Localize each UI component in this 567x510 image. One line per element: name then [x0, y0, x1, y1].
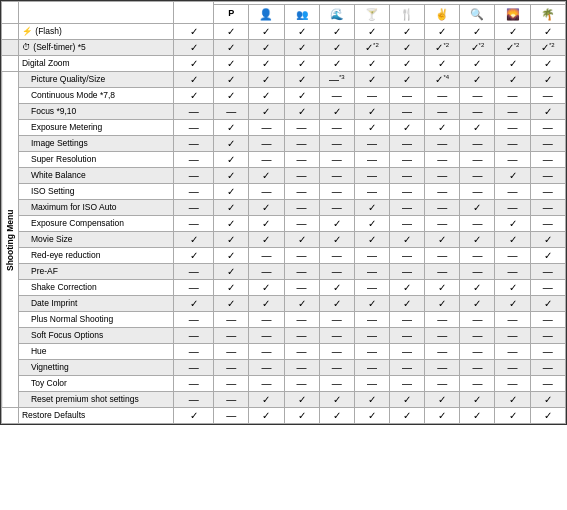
premium-value: ✓ [214, 264, 249, 280]
premium-value: ✓ [460, 392, 495, 408]
premium-value: ✓ [249, 88, 284, 104]
premium-value: ✓ [425, 392, 460, 408]
premium-value: ✓ [460, 408, 495, 424]
premium-value: — [495, 184, 530, 200]
feature-name: Exposure Compensation [18, 216, 173, 232]
feature-name: Red-eye reduction [18, 248, 173, 264]
premium-value: ✓ [390, 392, 425, 408]
premium-value: — [284, 264, 319, 280]
premium-value: — [530, 328, 565, 344]
feature-name: Movie Size [18, 232, 173, 248]
premium-value: — [319, 168, 354, 184]
table-row: Movie Size✓✓✓✓✓✓✓✓✓✓✓ [2, 232, 566, 248]
feature-name: Reset premium shot settings [18, 392, 173, 408]
icon-macro: 🔍 [460, 5, 495, 24]
premium-value: — [495, 344, 530, 360]
premium-value: — [390, 312, 425, 328]
premium-value: ✓ [354, 216, 389, 232]
feature-name: Super Resolution [18, 152, 173, 168]
premium-value: — [319, 120, 354, 136]
premium-value: — [284, 152, 319, 168]
table-row: ISO Setting—✓————————— [2, 184, 566, 200]
premium-value: — [354, 344, 389, 360]
icon-beach: 🌴 [530, 5, 565, 24]
side-label-cell: Shooting Menu [2, 72, 19, 408]
premium-value: ✓ [530, 24, 565, 40]
premium-value: ✓ [354, 24, 389, 40]
premium-value: — [390, 360, 425, 376]
feature-name: ⏱ (Self-timer) *5 [18, 40, 173, 56]
icon-portrait: 👤 [249, 5, 284, 24]
premium-value: — [460, 168, 495, 184]
premium-value: — [354, 280, 389, 296]
premium-value: ✓ [214, 280, 249, 296]
premium-value: — [390, 152, 425, 168]
premium-value: ✓ [390, 72, 425, 88]
premium-value: — [390, 136, 425, 152]
premium-value: ✓*4 [425, 72, 460, 88]
table-row: Maximum for ISO Auto—✓✓——✓——✓—— [2, 200, 566, 216]
normal-value: — [174, 168, 214, 184]
premium-value: ✓ [460, 200, 495, 216]
premium-value: ✓*2 [354, 40, 389, 56]
feature-name: Soft Focus Options [18, 328, 173, 344]
premium-value: ✓ [214, 216, 249, 232]
feature-name: Pre-AF [18, 264, 173, 280]
premium-value: ✓ [530, 104, 565, 120]
premium-value: — [390, 184, 425, 200]
feature-table-container: P 👤 👥 🌊 🍸 🍴 ✌ 🔍 🌄 🌴 ⚡ (Flash)✓✓✓✓✓✓✓✓✓✓✓… [0, 0, 567, 425]
premium-value: ✓ [425, 120, 460, 136]
premium-value: — [390, 216, 425, 232]
feature-name: Digital Zoom [18, 56, 173, 72]
premium-value: — [460, 216, 495, 232]
premium-value: — [530, 280, 565, 296]
premium-value: ✓ [249, 104, 284, 120]
normal-value: ✓ [174, 88, 214, 104]
premium-value: — [319, 376, 354, 392]
premium-value: ✓ [354, 72, 389, 88]
feature-name: Picture Quality/Size [18, 72, 173, 88]
premium-value: ✓ [530, 232, 565, 248]
premium-value: ✓ [319, 40, 354, 56]
premium-value: — [390, 168, 425, 184]
premium-value: — [425, 216, 460, 232]
premium-value: ✓ [425, 280, 460, 296]
premium-value: — [530, 88, 565, 104]
table-row: Shake Correction—✓✓—✓—✓✓✓✓— [2, 280, 566, 296]
premium-value: — [460, 360, 495, 376]
premium-value: — [214, 344, 249, 360]
premium-value: — [319, 360, 354, 376]
table-row: Pre-AF—✓————————— [2, 264, 566, 280]
premium-value: — [354, 376, 389, 392]
feature-name: Continuous Mode *7,8 [18, 88, 173, 104]
premium-value: — [214, 328, 249, 344]
premium-value: ✓ [390, 120, 425, 136]
premium-value: — [214, 104, 249, 120]
premium-value: — [390, 248, 425, 264]
table-row: Focus *9,10——✓✓✓✓————✓ [2, 104, 566, 120]
premium-value: — [354, 184, 389, 200]
premium-value: ✓ [354, 408, 389, 424]
feature-col-header [18, 2, 173, 24]
premium-value: ✓ [214, 168, 249, 184]
premium-value: — [284, 328, 319, 344]
premium-value: — [530, 200, 565, 216]
premium-value: ✓ [460, 72, 495, 88]
premium-value: ✓ [319, 232, 354, 248]
features-table: P 👤 👥 🌊 🍸 🍴 ✌ 🔍 🌄 🌴 ⚡ (Flash)✓✓✓✓✓✓✓✓✓✓✓… [1, 1, 566, 424]
premium-value: — [249, 120, 284, 136]
premium-value: ✓ [530, 408, 565, 424]
premium-value: ✓ [214, 184, 249, 200]
premium-value: ✓ [284, 296, 319, 312]
normal-value: ✓ [174, 296, 214, 312]
premium-value: — [319, 184, 354, 200]
premium-value: — [425, 184, 460, 200]
premium-value: — [249, 152, 284, 168]
premium-value: ✓ [319, 216, 354, 232]
normal-value: ✓ [174, 408, 214, 424]
premium-value: — [390, 344, 425, 360]
premium-value: ✓ [495, 296, 530, 312]
premium-value: ✓ [390, 24, 425, 40]
premium-value: — [495, 120, 530, 136]
normal-value: ✓ [174, 40, 214, 56]
